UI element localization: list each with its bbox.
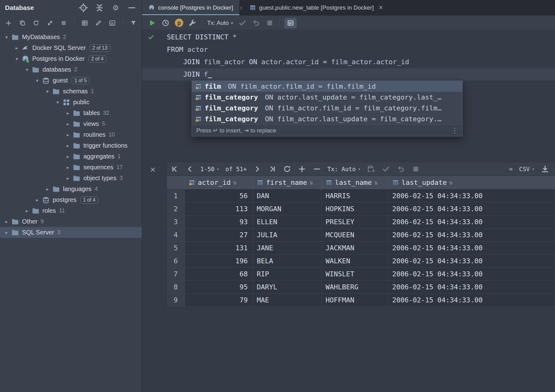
postgres-session-icon[interactable]: p: [175, 19, 183, 27]
edit-icon[interactable]: [95, 18, 102, 28]
previous-page-icon[interactable]: [185, 165, 194, 173]
cell-first_name[interactable]: DAN: [253, 189, 322, 203]
kebab-menu-icon[interactable]: ⋮: [451, 127, 458, 135]
cell-actor_id[interactable]: 196: [185, 255, 253, 268]
cell-actor_id[interactable]: 27: [185, 229, 253, 242]
collapsed-chevron-icon[interactable]: ▸: [2, 219, 11, 225]
cell-first_name[interactable]: MORGAN: [253, 203, 322, 216]
tree-item-object-types[interactable]: ▸object types3: [0, 173, 142, 184]
collapsed-chevron-icon[interactable]: ▸: [64, 176, 72, 181]
collapsed-chevron-icon[interactable]: ▸: [64, 165, 72, 170]
cell-last_update[interactable]: 2006-02-15 04:34:33.00: [388, 281, 555, 294]
cell-last_name[interactable]: HOPKINS: [322, 203, 388, 216]
cell-first_name[interactable]: MAE: [253, 294, 322, 307]
cell-last_update[interactable]: 2006-02-15 04:34:33.00: [388, 255, 555, 268]
last-page-icon[interactable]: [268, 165, 277, 173]
tree-item-sql-server[interactable]: ▸SQL Server3: [0, 227, 142, 238]
completion-item[interactable]: film_category ON film_actor.last_update …: [192, 114, 462, 124]
collapsed-chevron-icon[interactable]: ▸: [13, 45, 21, 51]
sort-icon[interactable]: ⇅: [374, 179, 378, 186]
cell-actor_id[interactable]: 56: [185, 189, 253, 203]
tx-mode-dropdown[interactable]: Tx: Auto ▾: [207, 20, 233, 26]
tree-item-schemas[interactable]: ▾schemas1: [0, 86, 142, 97]
tree-item-other[interactable]: ▸Other9: [0, 216, 142, 227]
run-query-icon[interactable]: [148, 19, 156, 27]
collapsed-chevron-icon[interactable]: ▸: [64, 154, 72, 159]
code-line-3[interactable]: JOIN film_actor ON actor.actor_id = film…: [142, 56, 555, 68]
cell-last_name[interactable]: PRESLEY: [322, 216, 388, 229]
cell-last_update[interactable]: 2006-02-15 04:34:33.00: [388, 203, 555, 216]
add-row-icon[interactable]: [298, 165, 306, 173]
cell-last_update[interactable]: 2006-02-15 04:34:33.00: [388, 229, 555, 242]
refresh-icon[interactable]: [33, 18, 40, 28]
next-page-icon[interactable]: [253, 165, 262, 173]
page-range-dropdown[interactable]: 1-50 ▾: [200, 166, 219, 172]
settings-gear-icon[interactable]: ⚙: [111, 3, 121, 13]
tree-item-views[interactable]: ▸views5: [0, 118, 142, 129]
cell-actor_id[interactable]: 95: [185, 281, 253, 294]
query-console-icon[interactable]: QL: [109, 18, 116, 28]
expanded-chevron-icon[interactable]: ▾: [43, 89, 51, 94]
code-line-1[interactable]: SELECT DISTINCT *: [142, 31, 555, 43]
in-editor-results-toggle[interactable]: [284, 18, 297, 28]
collapsed-chevron-icon[interactable]: ▸: [23, 208, 31, 214]
cell-last_name[interactable]: MCQUEEN: [322, 229, 388, 242]
column-header-last_name[interactable]: last_name⇅: [322, 176, 388, 189]
settings-wrench-icon[interactable]: [188, 19, 197, 27]
cell-first_name[interactable]: DARYL: [253, 281, 322, 294]
cell-last_update[interactable]: 2006-02-15 04:34:33.00: [388, 242, 555, 255]
tree-item-routines[interactable]: ▸routines10: [0, 129, 142, 140]
code-line-4[interactable]: JOIN f_: [142, 68, 555, 81]
tree-item-databases[interactable]: ▾databases2: [0, 64, 142, 75]
completion-item[interactable]: film_category ON actor.last_update = fil…: [192, 92, 462, 103]
completion-item[interactable]: film ON film_actor.film_id = film.film_i…: [192, 81, 462, 92]
collapsed-chevron-icon[interactable]: ▸: [64, 121, 72, 127]
tree-item-postgres-in-docker[interactable]: ▾Postgres in Docker2 of 4: [0, 53, 142, 64]
tree-item-tables[interactable]: ▸tables32: [0, 108, 142, 118]
cell-last_name[interactable]: JACKMAN: [322, 242, 388, 255]
expanded-chevron-icon[interactable]: ▾: [54, 100, 62, 105]
cell-first_name[interactable]: BELA: [253, 255, 322, 268]
download-icon[interactable]: [541, 165, 549, 173]
first-page-icon[interactable]: [171, 165, 179, 173]
cell-actor_id[interactable]: 68: [185, 268, 253, 281]
cell-actor_id[interactable]: 79: [185, 294, 253, 307]
more-actions-icon[interactable]: »: [509, 165, 513, 173]
column-header-last_update[interactable]: last_update⇅: [388, 176, 555, 189]
cell-first_name[interactable]: RIP: [253, 268, 322, 281]
sort-icon[interactable]: ⇅: [233, 179, 237, 186]
tree-item-trigger-functions[interactable]: ▸trigger functions: [0, 140, 142, 151]
query-history-icon[interactable]: [161, 19, 170, 27]
tree-item-roles[interactable]: ▸roles11: [0, 205, 142, 216]
tree-item-public[interactable]: ▾public: [0, 97, 142, 108]
cell-last_update[interactable]: 2006-02-15 04:34:33.00: [388, 268, 555, 281]
tree-item-languages[interactable]: ▸languages4: [0, 184, 142, 194]
cell-actor_id[interactable]: 113: [185, 203, 253, 216]
collapse-all-icon[interactable]: [95, 3, 104, 13]
cell-last_name[interactable]: WINSLET: [322, 268, 388, 281]
sort-icon[interactable]: ⇅: [449, 179, 453, 186]
completion-item[interactable]: film_category ON film_actor.film_id = fi…: [192, 103, 462, 114]
export-format-dropdown[interactable]: CSV ▾: [519, 166, 535, 172]
tree-item-guest[interactable]: ▾guest1 of 5: [0, 75, 142, 86]
cell-last_name[interactable]: WALKEN: [322, 255, 388, 268]
collapsed-chevron-icon[interactable]: ▸: [64, 110, 72, 116]
expanded-chevron-icon[interactable]: ▾: [2, 34, 11, 40]
sql-editor[interactable]: SELECT DISTINCT *FROM actor JOIN film_ac…: [142, 30, 555, 392]
hide-panel-icon[interactable]: [127, 3, 137, 13]
locate-object-icon[interactable]: [78, 3, 88, 13]
collapsed-chevron-icon[interactable]: ▸: [33, 197, 41, 203]
column-header-first_name[interactable]: first_name⇅: [253, 176, 322, 189]
table-view-icon[interactable]: [81, 18, 88, 28]
code-area[interactable]: SELECT DISTINCT *FROM actor JOIN film_ac…: [142, 30, 555, 81]
cell-first_name[interactable]: JULIA: [253, 229, 322, 242]
tree-item-docker-sql-server[interactable]: ▸Docker SQL Server2 of 13: [0, 42, 142, 53]
tx-mode-dropdown[interactable]: Tx: Auto ▾: [327, 166, 361, 172]
delete-row-icon[interactable]: [313, 165, 321, 173]
tree-item-sequences[interactable]: ▸sequences17: [0, 162, 142, 173]
cell-last_name[interactable]: HOFFMAN: [322, 294, 388, 307]
column-header-actor_id[interactable]: actor_id⇅: [185, 176, 253, 189]
expanded-chevron-icon[interactable]: ▾: [13, 56, 21, 62]
expanded-chevron-icon[interactable]: ▾: [33, 78, 41, 83]
collapsed-chevron-icon[interactable]: ▸: [64, 143, 72, 149]
